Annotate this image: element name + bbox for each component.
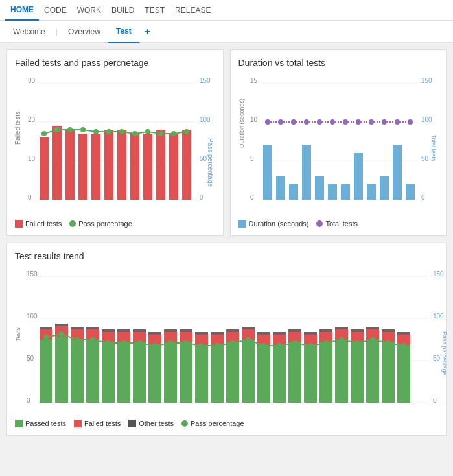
svg-point-60	[369, 119, 374, 125]
legend-total-icon	[316, 220, 323, 227]
svg-rect-105	[180, 342, 192, 403]
tab-overview[interactable]: Overview	[60, 21, 108, 43]
svg-point-159	[183, 340, 189, 346]
svg-text:150: 150	[433, 270, 444, 278]
top-navigation: HOME CODE WORK BUILD TEST RELEASE	[0, 0, 453, 21]
svg-rect-89	[86, 327, 99, 329]
svg-rect-149	[397, 332, 410, 335]
chart1-area: 30 20 10 0 150 100 50 0 Failed tests Pas…	[15, 73, 215, 216]
legend-failed-trend-icon	[74, 420, 82, 427]
svg-point-23	[158, 131, 163, 136]
svg-point-162	[230, 340, 235, 346]
bar3	[65, 130, 75, 200]
svg-point-169	[339, 337, 344, 342]
legend-failed-tests-trend: Failed tests	[74, 420, 121, 427]
svg-point-59	[356, 119, 361, 125]
svg-point-25	[184, 129, 189, 134]
svg-text:50: 50	[200, 155, 207, 162]
svg-rect-87	[86, 340, 99, 403]
nav-release[interactable]: RELEASE	[170, 0, 216, 21]
chart1-title: Failed tests and pass percnetage	[15, 58, 215, 68]
top-charts-row: Failed tests and pass percnetage 30 20 1…	[6, 49, 447, 236]
svg-rect-125	[273, 332, 286, 335]
legend-pass-label: Pass percentage	[78, 220, 132, 228]
svg-point-167	[308, 343, 313, 348]
svg-text:0: 0	[27, 397, 30, 404]
chart1-svg: 30 20 10 0 150 100 50 0 Failed tests Pas…	[15, 73, 213, 216]
svg-point-52	[265, 119, 270, 125]
svg-text:0: 0	[200, 194, 203, 201]
svg-point-165	[277, 343, 282, 348]
svg-point-16	[67, 127, 73, 132]
legend-failed-label: Failed tests	[25, 220, 62, 228]
chart2-svg: 15 10 5 0 150 100 50 0 Duration (seconds…	[238, 73, 436, 216]
svg-point-56	[317, 119, 322, 125]
legend-other-tests: Other tests	[128, 420, 174, 427]
nav-test[interactable]: TEST	[139, 0, 170, 21]
chart2-area: 15 10 5 0 150 100 50 0 Duration (seconds…	[238, 73, 439, 216]
line-pass-pct-trend	[46, 334, 404, 346]
svg-text:0: 0	[421, 194, 425, 201]
svg-point-151	[59, 331, 64, 337]
svg-rect-144	[382, 342, 395, 403]
svg-point-154	[106, 340, 111, 346]
svg-text:50: 50	[27, 355, 34, 362]
tab-bar: Welcome | Overview Test +	[0, 21, 453, 43]
svg-rect-126	[288, 342, 301, 403]
svg-rect-107	[180, 329, 192, 332]
tab-welcome[interactable]: Welcome	[5, 21, 53, 43]
svg-text:20: 20	[28, 116, 36, 123]
bar11	[169, 134, 178, 200]
svg-rect-47	[354, 153, 363, 200]
svg-text:30: 30	[28, 77, 36, 84]
svg-text:100: 100	[421, 116, 432, 123]
svg-point-166	[292, 340, 297, 346]
chart3-legend: Passed tests Failed tests Other tests Pa…	[15, 420, 438, 427]
svg-point-173	[401, 343, 406, 348]
svg-rect-42	[289, 184, 298, 200]
svg-point-15	[54, 127, 60, 132]
svg-point-171	[370, 337, 375, 342]
svg-rect-114	[226, 342, 239, 403]
nav-home[interactable]: HOME	[5, 0, 39, 21]
svg-point-53	[278, 119, 283, 125]
svg-rect-138	[351, 342, 364, 403]
legend-pass-pct: Pass percentage	[69, 220, 132, 228]
svg-rect-45	[328, 184, 337, 200]
svg-text:Pass percentage: Pass percentage	[207, 138, 213, 187]
svg-point-153	[90, 337, 95, 342]
legend-passed-label: Passed tests	[25, 420, 66, 427]
svg-point-164	[261, 343, 266, 348]
nav-work[interactable]: WORK	[72, 0, 106, 21]
legend-pass-pct-trend-icon	[181, 420, 188, 427]
chart2-title: Duration vs total tests	[238, 58, 439, 68]
svg-rect-98	[133, 329, 146, 332]
svg-point-14	[41, 131, 47, 136]
legend-other-label: Other tests	[139, 420, 174, 427]
nav-code[interactable]: CODE	[39, 0, 72, 21]
add-tab-button[interactable]: +	[139, 26, 156, 38]
svg-rect-128	[288, 329, 301, 332]
legend-duration-icon	[238, 220, 246, 228]
svg-point-61	[382, 119, 387, 125]
svg-rect-143	[366, 327, 379, 329]
bar4	[78, 134, 87, 200]
tab-test[interactable]: Test	[108, 21, 139, 43]
svg-rect-135	[335, 340, 348, 403]
chart-test-results-trend: Test results trend 150 100 50 0 150 100 …	[6, 243, 447, 436]
svg-rect-140	[351, 329, 364, 332]
svg-point-157	[152, 343, 157, 348]
legend-pass-pct-trend: Pass percentage	[181, 420, 244, 427]
legend-total-label: Total tests	[325, 220, 358, 228]
svg-rect-110	[195, 332, 208, 335]
svg-point-163	[246, 337, 251, 342]
svg-text:10: 10	[28, 155, 36, 162]
bar1	[40, 137, 49, 200]
svg-point-54	[291, 119, 296, 125]
svg-rect-122	[257, 332, 270, 335]
nav-build[interactable]: BUILD	[106, 0, 139, 21]
svg-rect-50	[393, 145, 402, 200]
svg-text:0: 0	[28, 194, 32, 201]
svg-rect-131	[304, 332, 317, 335]
svg-rect-51	[406, 184, 415, 200]
